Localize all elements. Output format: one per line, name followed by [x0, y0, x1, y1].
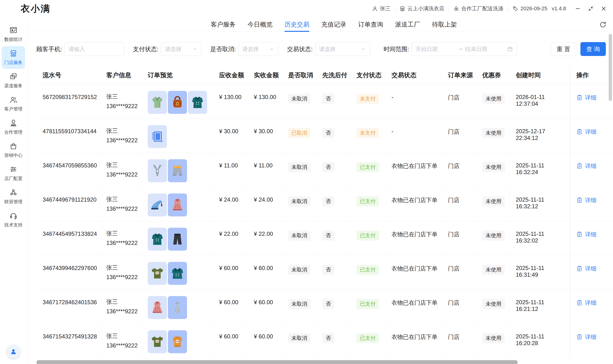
cancel-status-cell: 未取消 [282, 256, 316, 290]
item-thumbnail-dress[interactable] [148, 296, 167, 319]
tab-充值记录[interactable]: 充值记录 [321, 17, 346, 32]
pay-status-cell: 已支付 [350, 221, 385, 255]
clipboard-icon [576, 197, 583, 203]
trade-status-select[interactable]: 请选择 [315, 42, 370, 56]
main-content: 客户服务今日概览历史交易充值记录订单查询派送工厂待取上架 顾客手机: 支付状态:… [27, 17, 613, 364]
customer-cell: 张三 136****9222 [100, 187, 141, 221]
item-thumbnail-jacket[interactable] [168, 262, 187, 285]
search-button[interactable]: 查 询 [580, 42, 606, 56]
detail-link[interactable]: 详细 [576, 333, 597, 341]
item-thumbnail-coat[interactable] [188, 91, 207, 114]
wash-first-cell: 否 [316, 153, 350, 187]
cancel-status-badge: 未取消 [288, 196, 311, 206]
detail-link[interactable]: 详细 [576, 265, 597, 273]
sidebar-item-customers[interactable]: 客户管理 [2, 92, 25, 115]
person-icon [10, 348, 17, 355]
receivable-amount-cell: ¥ 60.00 [213, 324, 248, 358]
detail-link[interactable]: 详细 [576, 231, 597, 238]
trade-status-filter-label: 交易状态: [287, 45, 313, 53]
tab-客户服务[interactable]: 客户服务 [211, 17, 236, 32]
tab-订单查询[interactable]: 订单查询 [358, 17, 383, 32]
sidebar-item-channel[interactable]: 渠道服务 [2, 69, 25, 92]
store-name-item[interactable]: 云上小满洗衣店 [399, 5, 445, 12]
tab-派送工厂[interactable]: 派送工厂 [395, 17, 420, 32]
pay-status-badge: 已支付 [357, 231, 379, 241]
item-thumbnail-dress[interactable] [168, 194, 187, 216]
cancel-status-cell: 未取消 [282, 290, 316, 324]
cancel-status-cell: 未取消 [282, 187, 316, 221]
cancel-select[interactable]: 请选择 [238, 42, 279, 56]
item-thumbnail-coat[interactable] [148, 228, 167, 251]
close-button[interactable] [600, 5, 607, 12]
action-cell: 详细 [570, 290, 613, 324]
coupon-cell: 未使用 [476, 221, 510, 255]
pay-status-badge: 未支付 [357, 128, 379, 138]
transactions-table: 流水号客户信息订单预览应收金额实收金额是否取消先洗后付支付状态交易状态订单来源优… [36, 66, 613, 358]
column-header: 应收金额 [213, 66, 248, 84]
phone-input[interactable] [69, 46, 120, 52]
detail-link[interactable]: 详细 [576, 299, 597, 307]
sidebar-item-support[interactable]: 技术支持 [2, 208, 25, 231]
refresh-icon[interactable] [599, 21, 607, 28]
item-thumbnail-mat[interactable] [148, 125, 167, 148]
restore-window-button[interactable] [588, 5, 594, 12]
detail-link[interactable]: 详细 [576, 94, 597, 101]
item-thumbnail-sweater[interactable] [168, 330, 187, 353]
sidebar-item-marketing[interactable]: 营销中心 [2, 139, 25, 162]
sidebar-item-partner[interactable]: 合作管理 [2, 116, 25, 139]
tab-今日概览[interactable]: 今日概览 [248, 17, 273, 32]
item-thumbnail-polo-shirt[interactable] [148, 91, 167, 114]
minimize-button[interactable] [575, 5, 581, 12]
item-thumbnail-pants[interactable] [168, 228, 187, 251]
trade-status-cell: - [385, 85, 442, 119]
item-thumbnail-handbag[interactable] [168, 91, 187, 114]
detail-link[interactable]: 详细 [576, 162, 597, 170]
created-at-cell: 2025-11-11 16:20:28 [510, 324, 570, 358]
current-user[interactable]: 张三 [372, 5, 390, 12]
item-thumbnail-zipper[interactable] [148, 159, 167, 182]
jacket-icon [170, 266, 185, 281]
vertical-scrollbar[interactable] [609, 34, 612, 101]
topbar-right: 张三 云上小满洗衣店 合作工厂配送洗涤 2026-09-25 v1.4.8 [372, 5, 607, 12]
tab-历史交易[interactable]: 历史交易 [284, 17, 309, 32]
sidebar-item-config[interactable]: 店厂配置 [2, 162, 25, 185]
end-date-placeholder: 结束日期 [465, 45, 505, 53]
partner-service-item[interactable]: 合作工厂配送洗涤 [453, 5, 503, 12]
pay-status-select[interactable]: 请选择 [161, 42, 202, 56]
item-thumbnail-tshirt[interactable] [148, 330, 167, 353]
customer-phone: 136****9222 [106, 274, 139, 280]
cancel-status-badge: 已取消 [288, 128, 311, 138]
detail-link[interactable]: 详细 [576, 196, 597, 204]
detail-link[interactable]: 详细 [576, 128, 597, 136]
item-thumbnail-high-heel[interactable] [148, 194, 167, 216]
time-range-filter-label: 时间范围: [384, 45, 409, 53]
high-heel-icon [150, 198, 165, 212]
sidebar-item-store[interactable]: 门店服务 [2, 46, 25, 69]
coupon-badge: 未使用 [482, 94, 505, 104]
tab-待取上架[interactable]: 待取上架 [432, 17, 457, 32]
column-header: 订单预览 [141, 66, 213, 84]
user-avatar[interactable] [7, 345, 20, 358]
date-range-picker[interactable]: 开始日期 结束日期 [412, 42, 517, 56]
sidebar-item-data-stats[interactable]: 数据统计 [2, 23, 25, 46]
order-source-cell: 门店 [442, 290, 476, 324]
customer-name: 张三 [106, 196, 139, 202]
sidebar-items: 数据统计 门店服务 渠道服务 客户管理 合作管理 营销中心 店厂配置 联营管理 … [2, 23, 25, 232]
trade-status-cell: 衣物已在门店下单 [385, 290, 442, 324]
customer-name: 张三 [106, 333, 139, 339]
wash-first-badge: 否 [322, 231, 334, 241]
item-thumbnail-tie[interactable] [168, 296, 187, 319]
created-at-cell: 2025-11-11 16:32:02 [510, 221, 570, 255]
select-placeholder: 请选择 [165, 45, 181, 53]
horizontal-scrollbar[interactable] [36, 360, 518, 364]
person-icon [372, 6, 378, 12]
sidebar-item-alliance[interactable]: 联营管理 [2, 185, 25, 208]
sidebar-item-label: 技术支持 [4, 222, 23, 228]
reset-button[interactable]: 重 置 [551, 42, 576, 56]
phone-filter-label: 顾客手机: [36, 45, 62, 53]
received-amount-cell: ¥ 30.00 [248, 119, 282, 153]
column-header: 客户信息 [100, 66, 141, 84]
trade-status-cell: 衣物已在门店下单 [385, 256, 442, 290]
item-thumbnail-tshirt[interactable] [148, 262, 167, 285]
item-thumbnail-jeans[interactable] [168, 159, 187, 182]
